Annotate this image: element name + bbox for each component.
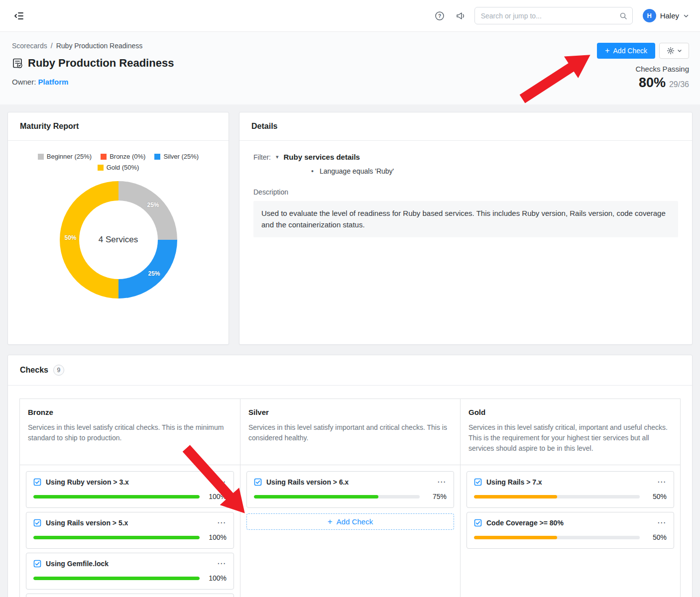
- help-button[interactable]: ?: [433, 9, 447, 23]
- progress-bar: [474, 495, 640, 498]
- legend-swatch: [154, 154, 160, 160]
- plus-icon: +: [605, 46, 609, 55]
- checks-count-badge: 9: [53, 365, 64, 376]
- search-input[interactable]: [481, 12, 619, 20]
- checkbox-check-icon: [33, 560, 41, 568]
- segment-label-silver: 25%: [148, 270, 160, 277]
- check-card[interactable]: Using Gemfile.lock ⋯ 100%: [26, 553, 234, 590]
- page-header-left: Scorecards / Ruby Production Readiness R…: [12, 42, 174, 104]
- column-add-check-button[interactable]: +Add Check: [246, 513, 454, 530]
- breadcrumb: Scorecards / Ruby Production Readiness: [12, 42, 174, 50]
- check-menu-button[interactable]: ⋯: [216, 518, 227, 527]
- check-label: Code Coverage >= 80%: [486, 519, 564, 527]
- progress-fill: [33, 536, 200, 539]
- check-card[interactable]: Using Rails version > 6.x ⋯ 75%: [246, 471, 454, 508]
- owner-link[interactable]: Platform: [38, 78, 69, 86]
- filter-rule-text: Language equals 'Ruby': [320, 167, 394, 175]
- checks-passing-label: Checks Passing: [635, 65, 689, 73]
- legend-item: Silver (25%): [154, 153, 199, 160]
- add-check-button[interactable]: + Add Check: [597, 43, 655, 59]
- breadcrumb-separator: /: [51, 42, 53, 50]
- progress-bar: [474, 536, 640, 539]
- check-card[interactable]: Code Coverage >= 80% ⋯ 50%: [467, 512, 674, 549]
- owner-label: Owner:: [12, 78, 36, 86]
- checkbox-check-icon: [254, 478, 262, 486]
- chevron-down-icon: [677, 48, 682, 53]
- check-card[interactable]: Using Rails > 7.x ⋯ 50%: [467, 471, 674, 508]
- legend-item: Bronze (0%): [101, 153, 145, 160]
- check-menu-button[interactable]: ⋯: [436, 478, 447, 486]
- content: Maturity Report Beginner (25%)Bronze (0%…: [0, 104, 700, 597]
- progress-fill: [254, 495, 378, 498]
- donut-center-label: 4 Services: [99, 235, 138, 245]
- checks-column: Bronze Services in this level satisfy cr…: [20, 399, 240, 597]
- checkbox-check-icon: [474, 478, 482, 486]
- progress-percent: 75%: [426, 493, 447, 500]
- progress-percent: 50%: [646, 533, 667, 541]
- filter-row: Filter: ▾ Ruby services details: [253, 153, 678, 161]
- sidebar-toggle-button[interactable]: [12, 8, 27, 23]
- legend-swatch: [38, 154, 44, 160]
- maturity-report-card: Maturity Report Beginner (25%)Bronze (0%…: [7, 112, 229, 345]
- column-cards: Using Rails > 7.x ⋯ 50% Code Coverage >=…: [461, 465, 680, 555]
- legend-label: Silver (25%): [163, 153, 199, 160]
- check-menu-button[interactable]: ⋯: [656, 478, 667, 486]
- progress-fill: [33, 495, 200, 498]
- user-name: Haley: [660, 11, 679, 20]
- donut-hole: 4 Services: [79, 200, 158, 279]
- column-cards: Using Rails version > 6.x ⋯ 75% +Add Che…: [240, 465, 460, 536]
- check-menu-button[interactable]: ⋯: [216, 559, 227, 568]
- caret-down-icon[interactable]: ▾: [276, 154, 279, 160]
- svg-text:?: ?: [438, 13, 441, 18]
- column-name: Gold: [468, 408, 672, 416]
- check-menu-button[interactable]: ⋯: [656, 518, 667, 527]
- progress-percent: 100%: [206, 574, 227, 582]
- check-label: Using Gemfile.lock: [46, 560, 109, 568]
- progress-bar: [33, 495, 200, 498]
- sidebar-collapse-icon: [14, 10, 25, 21]
- add-check-button-label: Add Check: [613, 47, 647, 55]
- checks-title: Checks: [20, 366, 48, 375]
- filter-label: Filter:: [253, 153, 271, 161]
- checkbox-check-icon: [474, 519, 482, 527]
- checks-card: Checks 9 Bronze Services in this level s…: [7, 355, 693, 597]
- checks-column: Gold Services in this level satisfy crit…: [460, 399, 680, 597]
- breadcrumb-current: Ruby Production Readiness: [56, 42, 143, 50]
- column-header: Silver Services in this level satisfy im…: [240, 399, 460, 465]
- legend-item: Beginner (25%): [38, 153, 92, 160]
- check-card-partial: [26, 594, 234, 597]
- megaphone-icon: [456, 11, 466, 21]
- progress-fill: [33, 577, 200, 580]
- filter-rule: • Language equals 'Ruby': [311, 167, 678, 175]
- announcements-button[interactable]: [454, 9, 467, 23]
- checks-passing-value: 80% 29/36: [639, 75, 689, 91]
- column-description: Services in this level satisfy important…: [248, 422, 452, 443]
- description-label: Description: [253, 188, 678, 196]
- avatar: H: [643, 9, 656, 22]
- check-menu-button[interactable]: ⋯: [216, 478, 227, 486]
- details-card: Details Filter: ▾ Ruby services details …: [239, 112, 693, 345]
- check-card[interactable]: Using Ruby version > 3.x ⋯ 100%: [26, 471, 234, 508]
- progress-bar: [33, 577, 200, 580]
- segment-label-gold: 50%: [64, 234, 76, 241]
- page-header: Scorecards / Ruby Production Readiness R…: [0, 32, 700, 104]
- check-label: Using Ruby version > 3.x: [46, 478, 129, 486]
- user-menu[interactable]: H Haley: [643, 9, 689, 22]
- breadcrumb-scorecards[interactable]: Scorecards: [12, 42, 47, 50]
- global-search[interactable]: [474, 7, 633, 24]
- maturity-legend: Beginner (25%)Bronze (0%)Silver (25%)Gol…: [26, 153, 211, 171]
- check-card[interactable]: Using Rails version > 5.x ⋯ 100%: [26, 512, 234, 549]
- plus-icon: +: [328, 517, 333, 527]
- checks-passing-count: 29/36: [669, 80, 689, 89]
- checks-passing-percent: 80%: [639, 75, 666, 91]
- legend-swatch: [98, 165, 104, 171]
- column-description: Services in this level satisfy critical …: [28, 422, 232, 443]
- search-icon: [619, 12, 627, 20]
- scorecard-settings-button[interactable]: [659, 43, 689, 59]
- progress-fill: [474, 495, 557, 498]
- checks-columns: Bronze Services in this level satisfy cr…: [19, 398, 681, 597]
- progress-fill: [474, 536, 557, 539]
- column-description: Services in this level satisfy critical,…: [468, 422, 672, 454]
- legend-item: Gold (50%): [98, 164, 139, 171]
- legend-label: Beginner (25%): [47, 153, 92, 160]
